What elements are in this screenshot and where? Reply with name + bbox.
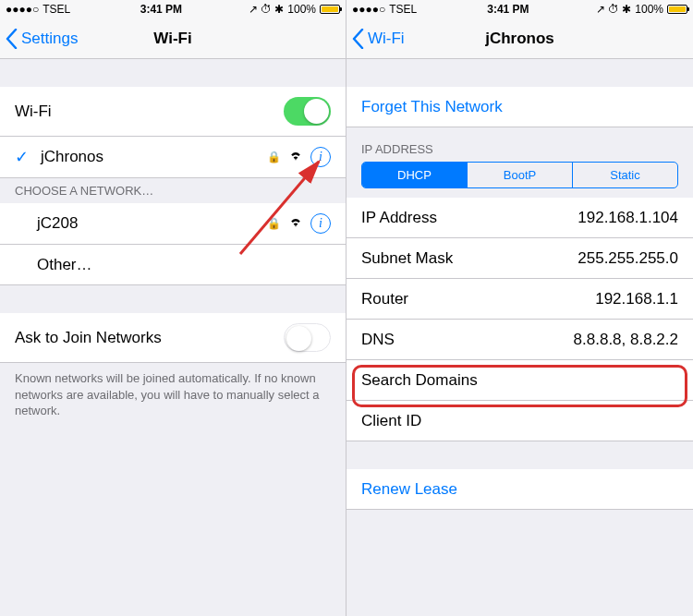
chevron-left-icon — [6, 29, 18, 49]
battery-pct: 100% — [635, 3, 663, 16]
ip-address-header: IP ADDRESS — [346, 127, 693, 162]
signal-dots-icon: ●●●●○ — [6, 3, 39, 16]
status-time: 3:41 PM — [140, 3, 182, 16]
back-label: Settings — [21, 30, 78, 48]
status-indicators: ↗ ⏱ ✱ — [596, 3, 632, 16]
back-button[interactable]: Wi-Fi — [352, 18, 405, 58]
subnet-mask-label: Subnet Mask — [361, 249, 453, 268]
back-button[interactable]: Settings — [6, 18, 78, 58]
ip-config-segmented: DHCP BootP Static — [361, 162, 678, 188]
router-label: Router — [361, 290, 408, 308]
status-bar: ●●●●○ TSEL 3:41 PM ↗ ⏱ ✱ 100% — [0, 0, 346, 18]
choose-network-header: CHOOSE A NETWORK… — [0, 178, 346, 203]
battery-pct: 100% — [287, 3, 316, 16]
signal-dots-icon: ●●●●○ — [352, 3, 385, 16]
network-row-jc208[interactable]: jC208 🔒 i — [0, 203, 346, 245]
ask-join-row: Ask to Join Networks — [0, 313, 346, 363]
lock-icon: 🔒 — [267, 151, 281, 163]
carrier-label: TSEL — [43, 3, 70, 16]
subnet-mask-row: Subnet Mask 255.255.255.0 — [346, 238, 693, 279]
status-time: 3:41 PM — [487, 3, 529, 16]
search-domains-row[interactable]: Search Domains — [346, 360, 693, 401]
ip-address-label: IP Address — [361, 209, 437, 227]
chevron-left-icon — [352, 29, 364, 49]
checkmark-icon: ✓ — [15, 147, 31, 167]
wifi-toggle-label: Wi-Fi — [15, 103, 52, 121]
wifi-signal-icon — [288, 148, 303, 166]
wifi-toggle-row: Wi-Fi — [0, 87, 346, 137]
wifi-toggle[interactable] — [284, 97, 331, 126]
connected-network-label: jChronos — [41, 148, 103, 166]
router-value: 192.168.1.1 — [595, 290, 678, 308]
info-button[interactable]: i — [310, 213, 331, 234]
other-label: Other… — [37, 256, 92, 274]
router-row: Router 192.168.1.1 — [346, 279, 693, 320]
back-label: Wi-Fi — [368, 30, 405, 48]
network-label: jC208 — [37, 214, 78, 233]
seg-static[interactable]: Static — [573, 163, 677, 187]
lock-icon: 🔒 — [267, 217, 281, 230]
forget-network-button[interactable]: Forget This Network — [346, 87, 693, 127]
subnet-mask-value: 255.255.255.0 — [578, 249, 678, 268]
ask-join-toggle[interactable] — [284, 323, 331, 352]
other-network-row[interactable]: Other… — [0, 245, 346, 285]
ask-join-footer: Known networks will be joined automatica… — [0, 363, 346, 427]
network-detail-screen: ●●●●○ TSEL 3:41 PM ↗ ⏱ ✱ 100% Wi-Fi jChr… — [346, 0, 693, 616]
search-domains-label: Search Domains — [361, 371, 478, 390]
ip-address-value: 192.168.1.104 — [578, 209, 678, 227]
seg-bootp[interactable]: BootP — [468, 163, 573, 187]
ip-address-row: IP Address 192.168.1.104 — [346, 198, 693, 238]
ask-join-label: Ask to Join Networks — [15, 329, 162, 347]
wifi-settings-screen: ●●●●○ TSEL 3:41 PM ↗ ⏱ ✱ 100% Settings W… — [0, 0, 346, 616]
wifi-signal-icon — [288, 214, 303, 233]
nav-bar: Settings Wi-Fi — [0, 18, 346, 59]
battery-icon — [667, 5, 687, 14]
dns-row[interactable]: DNS 8.8.8.8, 8.8.2.2 — [346, 320, 693, 360]
client-id-row[interactable]: Client ID — [346, 401, 693, 441]
client-id-label: Client ID — [361, 412, 421, 430]
connected-network-row[interactable]: ✓ jChronos 🔒 i — [0, 137, 346, 178]
seg-dhcp[interactable]: DHCP — [362, 163, 468, 187]
dns-label: DNS — [361, 331, 395, 349]
renew-lease-label: Renew Lease — [361, 480, 457, 499]
forget-network-label: Forget This Network — [361, 98, 503, 116]
nav-title: jChronos — [485, 30, 554, 48]
renew-lease-button[interactable]: Renew Lease — [346, 469, 693, 510]
status-indicators: ↗ ⏱ ✱ — [249, 3, 285, 16]
dns-value: 8.8.8.8, 8.8.2.2 — [574, 331, 678, 349]
battery-icon — [320, 5, 340, 14]
info-button[interactable]: i — [310, 147, 331, 167]
nav-bar: Wi-Fi jChronos — [346, 18, 693, 59]
status-bar: ●●●●○ TSEL 3:41 PM ↗ ⏱ ✱ 100% — [346, 0, 693, 18]
nav-title: Wi-Fi — [153, 30, 191, 48]
carrier-label: TSEL — [389, 3, 417, 16]
